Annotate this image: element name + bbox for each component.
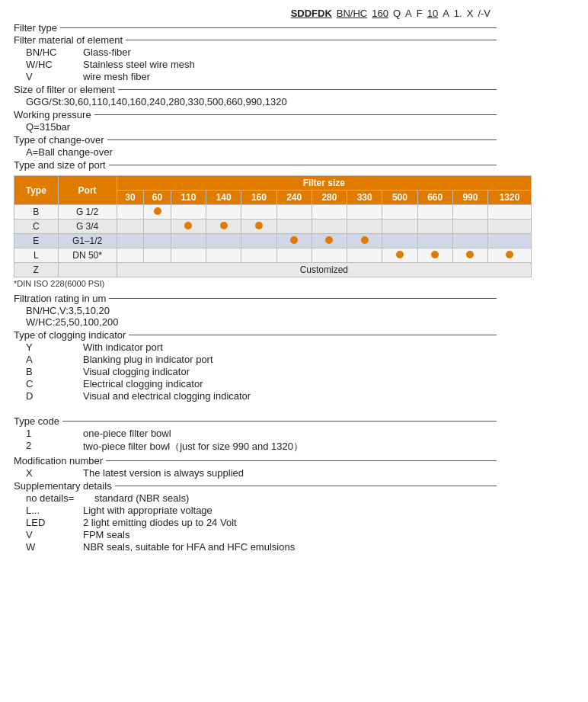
modification-row: Modification number (14, 455, 497, 466)
dot-l-990 (466, 251, 474, 258)
row-l-990 (452, 248, 487, 263)
dot-e-240 (290, 236, 298, 244)
clogging-line (129, 335, 497, 335)
code-f: F (417, 8, 423, 19)
row-c-500 (382, 220, 417, 234)
dot-c-160 (255, 222, 263, 229)
dot-e-330 (361, 236, 369, 244)
supp-val-l: Light with appropriate voltage (83, 505, 213, 516)
row-e-140 (206, 234, 241, 248)
mod-key-x: X (26, 467, 68, 479)
table-size-60: 60 (144, 191, 171, 205)
dot-l-1320 (506, 251, 513, 258)
type-code-items: 1 one-piece filter bowl 2 two-piece filt… (26, 428, 497, 454)
clog-val-b: Visual clogging indicator (83, 366, 190, 377)
row-l-30 (117, 248, 144, 263)
modification-line (106, 460, 497, 461)
clog-key-c: C (26, 378, 68, 389)
supp-val-v: FPM seals (83, 529, 129, 540)
row-l-500 (382, 248, 417, 263)
type-code-row: Type code (14, 415, 497, 427)
row-l-280 (312, 248, 347, 263)
supp-item-w: W NBR seals, suitable for HFA and HFC em… (26, 541, 497, 553)
filter-table: Type Port Filter size 30 60 110 140 160 … (14, 175, 532, 277)
size-row: Size of filter or element (14, 84, 497, 95)
main-content: SDDFDK BN/HC 160 Q A F 10 A 1. X /-V Fil… (8, 8, 580, 553)
change-over-row: Type of change-over (14, 134, 497, 146)
tc-key-2: 2 (26, 440, 68, 454)
size-values-block: GGG/St:30,60,110,140,160,240,280,330,500… (26, 96, 497, 107)
din-note: *DIN ISO 228(6000 PSI) (14, 279, 497, 288)
row-e-type: E (14, 234, 59, 248)
supplementary-line (115, 486, 497, 486)
table-size-330: 330 (347, 191, 382, 205)
tc-key-1: 1 (26, 428, 68, 439)
row-e-240 (276, 234, 312, 248)
material-item-whc: W/HC Stainless steel wire mesh (26, 59, 497, 70)
filtration-val-1: BN/HC,V:3,5,10,20 (26, 305, 497, 316)
filtration-label: Filtration rating in um (14, 293, 106, 304)
row-c-990 (452, 220, 487, 234)
port-row: Type and size of port (14, 159, 497, 171)
row-l-140 (206, 248, 241, 263)
row-b-1320 (488, 205, 532, 220)
modification-label: Modification number (14, 455, 103, 466)
table-size-500: 500 (382, 191, 417, 205)
code-1dot: 1. (454, 8, 462, 19)
pressure-value-block: Q=315bar (26, 121, 497, 133)
filter-type-label: Filter type (14, 22, 57, 34)
clogging-item-a: A Blanking plug in indicator port (26, 354, 497, 365)
row-b-280 (312, 205, 347, 220)
change-over-label: Type of change-over (14, 134, 104, 146)
mat-val-whc: Stainless steel wire mesh (83, 59, 195, 70)
supp-val-nodetails: standard (NBR seals) (94, 492, 189, 504)
table-size-30: 30 (117, 191, 144, 205)
working-pressure-line (94, 114, 497, 115)
row-e-660 (417, 234, 452, 248)
tc-val-2: two-piece filter bowl（just for size 990 … (83, 440, 303, 454)
size-values: GGG/St:30,60,110,140,160,240,280,330,500… (26, 96, 287, 107)
row-b-port: G 1/2 (58, 205, 117, 220)
supplementary-row: Supplementary details (14, 480, 497, 492)
filter-material-line (126, 40, 497, 40)
filtration-val-2: W/HC:25,50,100,200 (26, 316, 497, 328)
row-b-330 (347, 205, 382, 220)
material-item-v: V wire mesh fiber (26, 71, 497, 82)
port-line (109, 165, 497, 165)
row-e-500 (382, 234, 417, 248)
table-size-160: 160 (241, 191, 276, 205)
code-slash-v: /-V (478, 8, 491, 19)
mod-item-x: X The latest version is always supplied (26, 467, 497, 479)
dot-e-280 (325, 236, 333, 244)
type-code-line (62, 421, 497, 422)
filter-type-row: Filter type (14, 22, 497, 34)
row-c-1320 (488, 220, 532, 234)
change-over-value-block: A=Ball change-over (26, 146, 497, 158)
size-label: Size of filter or element (14, 84, 115, 95)
supp-key-nodetails: no details= (26, 492, 79, 504)
type-code-item-2: 2 two-piece filter bowl（just for size 99… (26, 440, 497, 454)
row-c-160 (241, 220, 276, 234)
clog-val-y: With indicator port (83, 341, 163, 353)
code-160: 160 (372, 8, 388, 19)
supp-val-led: 2 light emitting diodes up to 24 Volt (83, 517, 237, 528)
code-x: X (467, 8, 474, 19)
material-items: BN/HC Glass-fiber W/HC Stainless steel w… (26, 46, 497, 82)
supp-item-v: V FPM seals (26, 529, 497, 540)
clog-val-d: Visual and electrical clogging indicator (83, 390, 251, 402)
mod-val-x: The latest version is always supplied (83, 467, 244, 479)
supp-key-l: L... (26, 505, 68, 516)
clogging-items: Y With indicator port A Blanking plug in… (26, 341, 497, 402)
mat-key-whc: W/HC (26, 59, 68, 70)
table-row-b: B G 1/2 (14, 205, 532, 220)
size-line (118, 89, 497, 90)
row-e-280 (312, 234, 347, 248)
mat-key-bnhc: BN/HC (26, 46, 68, 58)
table-row-c: C G 3/4 (14, 220, 532, 234)
row-l-60 (144, 248, 171, 263)
row-c-type: C (14, 220, 59, 234)
dot-b-60 (154, 207, 161, 215)
row-c-330 (347, 220, 382, 234)
row-c-30 (117, 220, 144, 234)
row-l-160 (241, 248, 276, 263)
